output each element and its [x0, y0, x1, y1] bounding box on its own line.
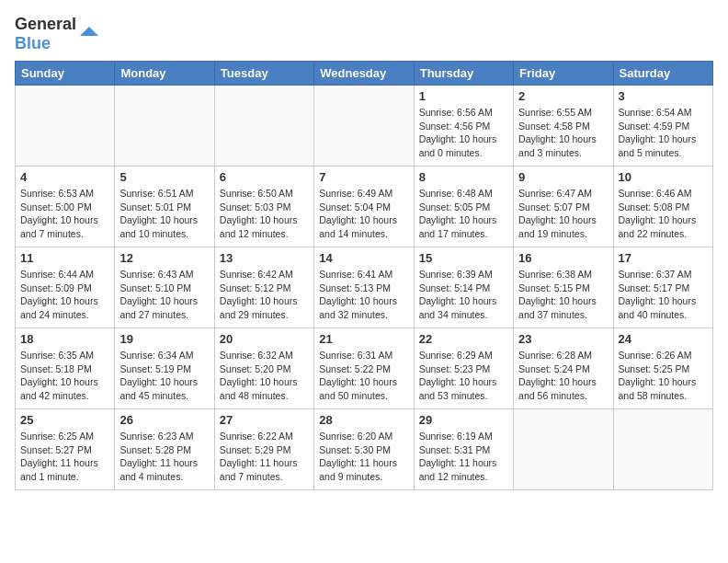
day-number: 2	[518, 89, 608, 103]
calendar-cell: 17Sunrise: 6:37 AM Sunset: 5:17 PM Dayli…	[613, 247, 712, 328]
day-number: 17	[619, 251, 708, 265]
logo-blue: Blue	[15, 34, 51, 52]
day-number: 20	[220, 332, 309, 346]
weekday-header-monday: Monday	[115, 62, 214, 86]
day-info: Sunrise: 6:31 AM Sunset: 5:22 PM Dayligh…	[319, 349, 408, 403]
day-info: Sunrise: 6:32 AM Sunset: 5:20 PM Dayligh…	[220, 349, 309, 403]
day-number: 22	[419, 332, 508, 346]
day-number: 18	[20, 332, 109, 346]
day-info: Sunrise: 6:26 AM Sunset: 5:25 PM Dayligh…	[619, 349, 708, 403]
weekday-header-thursday: Thursday	[414, 62, 513, 86]
day-number: 15	[419, 251, 508, 265]
day-info: Sunrise: 6:41 AM Sunset: 5:13 PM Dayligh…	[319, 268, 408, 322]
day-info: Sunrise: 6:42 AM Sunset: 5:12 PM Dayligh…	[220, 268, 309, 322]
day-number: 16	[518, 251, 608, 265]
day-info: Sunrise: 6:55 AM Sunset: 4:58 PM Dayligh…	[518, 106, 608, 160]
calendar-table: SundayMondayTuesdayWednesdayThursdayFrid…	[15, 61, 713, 490]
weekday-header-friday: Friday	[514, 62, 613, 86]
calendar-cell: 24Sunrise: 6:26 AM Sunset: 5:25 PM Dayli…	[613, 328, 712, 409]
day-info: Sunrise: 6:28 AM Sunset: 5:24 PM Dayligh…	[518, 349, 608, 403]
calendar-cell: 18Sunrise: 6:35 AM Sunset: 5:18 PM Dayli…	[16, 328, 115, 409]
day-number: 11	[20, 251, 109, 265]
day-number: 4	[20, 170, 109, 184]
day-number: 24	[619, 332, 708, 346]
logo-icon	[78, 23, 100, 45]
calendar-cell: 20Sunrise: 6:32 AM Sunset: 5:20 PM Dayli…	[214, 328, 313, 409]
week-row-4: 18Sunrise: 6:35 AM Sunset: 5:18 PM Dayli…	[16, 328, 713, 409]
calendar-cell	[314, 86, 414, 167]
day-number: 5	[119, 170, 209, 184]
calendar-cell: 5Sunrise: 6:51 AM Sunset: 5:01 PM Daylig…	[115, 167, 214, 247]
calendar-cell: 25Sunrise: 6:25 AM Sunset: 5:27 PM Dayli…	[16, 409, 115, 490]
day-number: 23	[518, 332, 608, 346]
day-number: 13	[220, 251, 309, 265]
week-row-1: 1Sunrise: 6:56 AM Sunset: 4:56 PM Daylig…	[16, 86, 713, 167]
day-number: 14	[319, 251, 408, 265]
calendar-cell: 21Sunrise: 6:31 AM Sunset: 5:22 PM Dayli…	[314, 328, 414, 409]
day-info: Sunrise: 6:20 AM Sunset: 5:30 PM Dayligh…	[319, 430, 408, 484]
day-number: 6	[220, 170, 309, 184]
logo-text: General Blue	[15, 15, 76, 53]
day-info: Sunrise: 6:23 AM Sunset: 5:28 PM Dayligh…	[119, 430, 209, 484]
day-info: Sunrise: 6:38 AM Sunset: 5:15 PM Dayligh…	[518, 268, 608, 322]
logo: General Blue	[15, 15, 100, 53]
day-info: Sunrise: 6:19 AM Sunset: 5:31 PM Dayligh…	[419, 430, 508, 484]
day-info: Sunrise: 6:37 AM Sunset: 5:17 PM Dayligh…	[619, 268, 708, 322]
calendar-cell: 11Sunrise: 6:44 AM Sunset: 5:09 PM Dayli…	[16, 247, 115, 328]
calendar-cell: 23Sunrise: 6:28 AM Sunset: 5:24 PM Dayli…	[514, 328, 613, 409]
calendar-cell: 27Sunrise: 6:22 AM Sunset: 5:29 PM Dayli…	[214, 409, 313, 490]
day-info: Sunrise: 6:48 AM Sunset: 5:05 PM Dayligh…	[419, 187, 508, 241]
calendar-cell	[16, 86, 115, 167]
weekday-header-row: SundayMondayTuesdayWednesdayThursdayFrid…	[16, 62, 713, 86]
week-row-2: 4Sunrise: 6:53 AM Sunset: 5:00 PM Daylig…	[16, 167, 713, 247]
calendar-cell: 1Sunrise: 6:56 AM Sunset: 4:56 PM Daylig…	[414, 86, 513, 167]
day-info: Sunrise: 6:49 AM Sunset: 5:04 PM Dayligh…	[319, 187, 408, 241]
page-header: General Blue	[15, 15, 713, 53]
day-number: 21	[319, 332, 408, 346]
calendar-cell: 6Sunrise: 6:50 AM Sunset: 5:03 PM Daylig…	[214, 167, 313, 247]
calendar-cell: 10Sunrise: 6:46 AM Sunset: 5:08 PM Dayli…	[613, 167, 712, 247]
day-info: Sunrise: 6:29 AM Sunset: 5:23 PM Dayligh…	[419, 349, 508, 403]
day-number: 10	[619, 170, 708, 184]
weekday-header-saturday: Saturday	[613, 62, 712, 86]
day-number: 26	[119, 413, 209, 427]
week-row-3: 11Sunrise: 6:44 AM Sunset: 5:09 PM Dayli…	[16, 247, 713, 328]
calendar-cell: 13Sunrise: 6:42 AM Sunset: 5:12 PM Dayli…	[214, 247, 313, 328]
day-info: Sunrise: 6:54 AM Sunset: 4:59 PM Dayligh…	[619, 106, 708, 160]
day-number: 28	[319, 413, 408, 427]
day-number: 29	[419, 413, 508, 427]
day-number: 1	[419, 89, 508, 103]
calendar-cell: 22Sunrise: 6:29 AM Sunset: 5:23 PM Dayli…	[414, 328, 513, 409]
day-info: Sunrise: 6:44 AM Sunset: 5:09 PM Dayligh…	[20, 268, 109, 322]
day-number: 7	[319, 170, 408, 184]
day-number: 19	[119, 332, 209, 346]
day-number: 3	[619, 89, 708, 103]
day-info: Sunrise: 6:56 AM Sunset: 4:56 PM Dayligh…	[419, 106, 508, 160]
day-number: 25	[20, 413, 109, 427]
weekday-header-sunday: Sunday	[16, 62, 115, 86]
day-info: Sunrise: 6:35 AM Sunset: 5:18 PM Dayligh…	[20, 349, 109, 403]
week-row-5: 25Sunrise: 6:25 AM Sunset: 5:27 PM Dayli…	[16, 409, 713, 490]
svg-marker-0	[80, 27, 98, 36]
calendar-cell: 2Sunrise: 6:55 AM Sunset: 4:58 PM Daylig…	[514, 86, 613, 167]
day-number: 27	[220, 413, 309, 427]
calendar-cell: 28Sunrise: 6:20 AM Sunset: 5:30 PM Dayli…	[314, 409, 414, 490]
calendar-cell: 16Sunrise: 6:38 AM Sunset: 5:15 PM Dayli…	[514, 247, 613, 328]
day-info: Sunrise: 6:46 AM Sunset: 5:08 PM Dayligh…	[619, 187, 708, 241]
calendar-cell	[613, 409, 712, 490]
calendar-cell: 15Sunrise: 6:39 AM Sunset: 5:14 PM Dayli…	[414, 247, 513, 328]
calendar-cell: 26Sunrise: 6:23 AM Sunset: 5:28 PM Dayli…	[115, 409, 214, 490]
day-info: Sunrise: 6:53 AM Sunset: 5:00 PM Dayligh…	[20, 187, 109, 241]
calendar-cell: 12Sunrise: 6:43 AM Sunset: 5:10 PM Dayli…	[115, 247, 214, 328]
day-info: Sunrise: 6:50 AM Sunset: 5:03 PM Dayligh…	[220, 187, 309, 241]
calendar-cell: 14Sunrise: 6:41 AM Sunset: 5:13 PM Dayli…	[314, 247, 414, 328]
day-info: Sunrise: 6:51 AM Sunset: 5:01 PM Dayligh…	[119, 187, 209, 241]
calendar-cell: 4Sunrise: 6:53 AM Sunset: 5:00 PM Daylig…	[16, 167, 115, 247]
calendar-cell: 8Sunrise: 6:48 AM Sunset: 5:05 PM Daylig…	[414, 167, 513, 247]
day-info: Sunrise: 6:43 AM Sunset: 5:10 PM Dayligh…	[119, 268, 209, 322]
calendar-cell	[514, 409, 613, 490]
calendar-cell: 29Sunrise: 6:19 AM Sunset: 5:31 PM Dayli…	[414, 409, 513, 490]
calendar-cell: 3Sunrise: 6:54 AM Sunset: 4:59 PM Daylig…	[613, 86, 712, 167]
day-info: Sunrise: 6:34 AM Sunset: 5:19 PM Dayligh…	[119, 349, 209, 403]
weekday-header-tuesday: Tuesday	[214, 62, 313, 86]
